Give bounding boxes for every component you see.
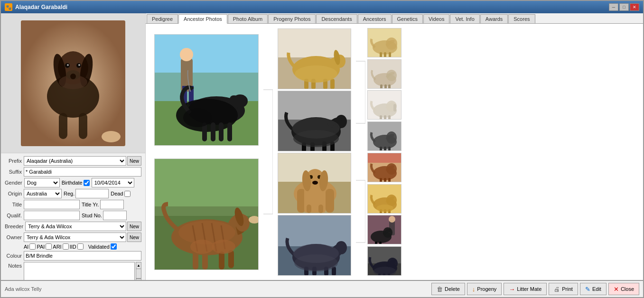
title-yr-label: Title Yr. bbox=[82, 202, 99, 207]
close-window-button[interactable]: ✕ bbox=[630, 3, 639, 11]
notes-textarea[interactable] bbox=[24, 262, 135, 280]
ggp-6-photo[interactable] bbox=[367, 184, 401, 214]
print-button[interactable]: 🖨 Print bbox=[549, 283, 578, 295]
svg-rect-91 bbox=[307, 205, 311, 213]
tab-descendants[interactable]: Descendants bbox=[316, 14, 357, 23]
iid-checkbox[interactable] bbox=[77, 243, 84, 250]
close-button[interactable]: ✕ Close bbox=[608, 283, 639, 295]
svg-rect-139 bbox=[384, 178, 386, 182]
ari-checkbox[interactable] bbox=[63, 243, 69, 250]
dam-photo[interactable] bbox=[154, 158, 259, 270]
edit-button[interactable]: ✎ Edit bbox=[580, 283, 607, 295]
owner-label: Owner bbox=[5, 234, 24, 240]
tab-ancestors[interactable]: Ancestors bbox=[358, 14, 392, 23]
tab-pedigree[interactable]: Pedigree bbox=[147, 14, 178, 23]
gender-birthdate-row: Gender Dog Birthdate 10/04/2014 bbox=[5, 178, 141, 187]
ggp-5-photo[interactable] bbox=[367, 153, 401, 182]
svg-point-66 bbox=[295, 65, 337, 83]
tab-videos[interactable]: Videos bbox=[423, 14, 449, 23]
connector-2-3 bbox=[356, 28, 365, 276]
breeder-new-button[interactable]: New bbox=[127, 222, 141, 231]
birthdate-select[interactable]: 10/04/2014 bbox=[92, 178, 134, 187]
sire-sire-photo[interactable] bbox=[278, 28, 351, 89]
print-icon: 🖨 bbox=[554, 286, 560, 293]
dead-checkbox[interactable] bbox=[124, 191, 131, 197]
svg-point-88 bbox=[312, 181, 318, 185]
ai-checkbox[interactable] bbox=[29, 243, 36, 250]
ggp-1-photo[interactable] bbox=[367, 28, 401, 57]
title-bar: 🐾 Alaqadar Garabaldi ─ □ ✕ bbox=[1, 1, 643, 13]
birthdate-checkbox[interactable] bbox=[84, 180, 90, 186]
litter-mate-button[interactable]: → Litter Mate bbox=[504, 283, 547, 295]
ggp-3-svg bbox=[368, 91, 401, 120]
tab-genetics[interactable]: Genetics bbox=[392, 14, 423, 23]
origin-select[interactable]: Australia bbox=[24, 189, 62, 198]
ggp-3-photo[interactable] bbox=[367, 90, 401, 120]
svg-rect-83 bbox=[326, 189, 334, 213]
svg-rect-132 bbox=[380, 147, 382, 151]
pai-checkbox[interactable] bbox=[46, 243, 52, 250]
progeny-icon: ↓ bbox=[472, 286, 476, 293]
connector-1-2 bbox=[263, 28, 273, 276]
title-controls[interactable]: ─ □ ✕ bbox=[609, 3, 639, 11]
suffix-input[interactable] bbox=[24, 167, 141, 177]
svg-rect-92 bbox=[318, 205, 323, 213]
reg-input[interactable] bbox=[75, 189, 109, 198]
ggp-2-photo[interactable] bbox=[367, 59, 401, 89]
title-yr-input[interactable] bbox=[100, 200, 124, 209]
breeder-select[interactable]: Terry & Ada Wilcox bbox=[25, 222, 126, 231]
delete-button[interactable]: 🗑 Delete bbox=[431, 283, 465, 295]
iid-label: IID bbox=[70, 244, 76, 250]
svg-rect-128 bbox=[393, 104, 396, 112]
svg-point-15 bbox=[102, 131, 121, 142]
owner-row: Owner Terry & Ada Wilcox New bbox=[5, 233, 141, 242]
ggp-4-photo[interactable] bbox=[367, 121, 401, 151]
ai-label: AI bbox=[24, 244, 28, 250]
svg-rect-138 bbox=[380, 178, 382, 182]
tab-photo-album[interactable]: Photo Album bbox=[228, 14, 268, 23]
breeder-row: Breeder Terry & Ada Wilcox New bbox=[5, 222, 141, 231]
svg-rect-114 bbox=[384, 52, 386, 57]
validated-checkbox[interactable] bbox=[111, 243, 117, 250]
main-window: 🐾 Alaqadar Garabaldi ─ □ ✕ bbox=[0, 0, 644, 298]
ggp-6-svg bbox=[368, 185, 401, 214]
tab-ancestor-photos[interactable]: Ancestor Photos bbox=[178, 14, 227, 24]
prefix-select[interactable]: Alaqadar (Australia) bbox=[24, 156, 126, 166]
ancestor-photos-content bbox=[146, 24, 643, 280]
ancestor-photo-layout bbox=[146, 24, 643, 280]
maximize-button[interactable]: □ bbox=[619, 3, 629, 11]
owner-select[interactable]: Terry & Ada Wilcox bbox=[24, 233, 126, 242]
qualif-input[interactable] bbox=[24, 211, 80, 220]
notes-row: Notes ▲ ▼ bbox=[5, 262, 141, 280]
title-row: Title Title Yr. bbox=[5, 200, 141, 209]
ggp-8-photo[interactable] bbox=[367, 246, 401, 276]
delete-icon: 🗑 bbox=[437, 286, 443, 293]
notes-scroll-up[interactable]: ▲ bbox=[136, 262, 141, 269]
ggp-7-photo[interactable] bbox=[367, 215, 401, 244]
sire-photo[interactable] bbox=[154, 34, 259, 146]
validated-label: Validated bbox=[88, 244, 110, 250]
gender-select[interactable]: Dog bbox=[24, 178, 60, 187]
sire-dam-svg bbox=[278, 91, 351, 151]
title-input[interactable] bbox=[24, 200, 80, 209]
svg-rect-6 bbox=[59, 113, 67, 139]
close-bottom-icon: ✕ bbox=[614, 286, 619, 293]
tab-progeny-photos[interactable]: Progeny Photos bbox=[268, 14, 316, 23]
tab-awards[interactable]: Awards bbox=[480, 14, 508, 23]
progeny-button[interactable]: ↓ Progeny bbox=[467, 283, 502, 295]
sire-sire-svg bbox=[278, 29, 351, 89]
tab-vet-info[interactable]: Vet. Info bbox=[450, 14, 479, 23]
dam-sire-photo[interactable] bbox=[278, 153, 351, 214]
owner-new-button[interactable]: New bbox=[127, 233, 141, 242]
prefix-new-button[interactable]: New bbox=[127, 156, 141, 166]
colour-input[interactable] bbox=[24, 251, 141, 261]
sire-dam-photo[interactable] bbox=[278, 91, 351, 151]
minimize-button[interactable]: ─ bbox=[609, 3, 618, 11]
svg-point-14 bbox=[70, 74, 76, 79]
colour-label: Colour bbox=[5, 253, 24, 259]
dam-dam-photo[interactable] bbox=[278, 215, 351, 276]
notes-label: Notes bbox=[5, 262, 24, 269]
stud-no-input[interactable] bbox=[103, 211, 127, 220]
dam-sire-svg bbox=[278, 153, 351, 214]
tab-scores[interactable]: Scores bbox=[508, 14, 535, 23]
